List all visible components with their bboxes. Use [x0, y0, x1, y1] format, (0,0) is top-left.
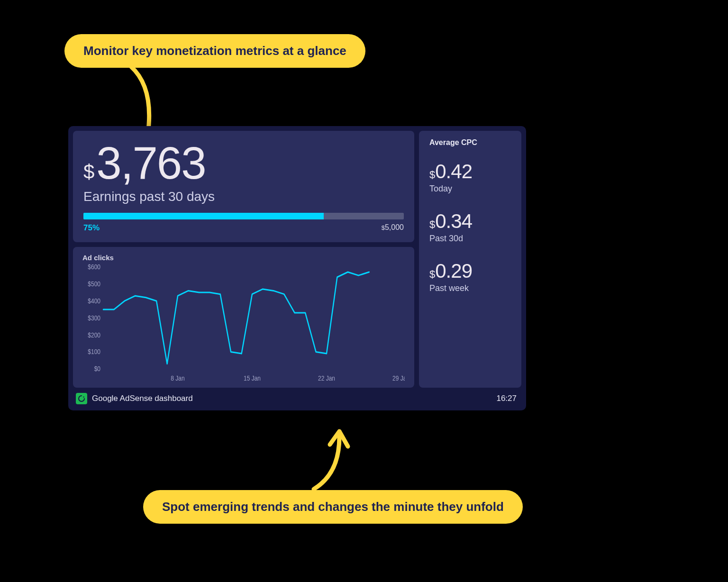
currency-symbol: $: [83, 161, 94, 183]
progress-target: $5,000: [382, 223, 404, 233]
annotation-bottom: Spot emerging trends and changes the min…: [143, 490, 523, 524]
cpc-item: $0.29Past week: [429, 260, 511, 293]
cpc-value: $0.34: [429, 210, 511, 233]
annotation-top: Monitor key monetization metrics at a gl…: [64, 34, 365, 68]
arrow-up-icon: [304, 426, 352, 492]
y-tick-label: $500: [88, 280, 100, 288]
x-tick-label: 15 Jan: [244, 374, 261, 382]
cpc-label: Past week: [429, 283, 511, 293]
cpc-label: Today: [429, 184, 511, 194]
cpc-value: $0.42: [429, 160, 511, 183]
svg-point-0: [83, 396, 84, 397]
dashboard-footer: Google AdSense dashboard 16:27: [73, 388, 521, 406]
cpc-item: $0.34Past 30d: [429, 210, 511, 244]
y-tick-label: $300: [88, 314, 100, 322]
dashboard-time: 16:27: [496, 394, 517, 403]
line-chart: $600$500$400$300$200$100$08 Jan15 Jan22 …: [82, 264, 405, 384]
earnings-panel: $ 3,763 Earnings past 30 days 75% $5,000: [73, 131, 414, 242]
cpc-header: Average CPC: [429, 138, 511, 147]
x-tick-label: 29 Jan: [392, 374, 405, 382]
y-tick-label: $100: [88, 348, 100, 355]
earnings-amount: 3,763: [96, 141, 205, 184]
x-tick-label: 22 Jan: [318, 374, 335, 382]
y-tick-label: $0: [94, 365, 100, 373]
dashboard-title: Google AdSense dashboard: [92, 394, 193, 403]
y-tick-label: $400: [88, 297, 100, 305]
chart-line: [103, 272, 369, 364]
cpc-label: Past 30d: [429, 234, 511, 244]
geckoboard-logo-icon: [76, 393, 87, 404]
cpc-panel: Average CPC $0.42Today$0.34Past 30d$0.29…: [419, 131, 521, 388]
cpc-item: $0.42Today: [429, 160, 511, 194]
ad-clicks-panel: Ad clicks $600$500$400$300$200$100$08 Ja…: [73, 247, 414, 388]
progress-fill: [83, 213, 324, 219]
earnings-label: Earnings past 30 days: [83, 189, 404, 204]
dashboard: $ 3,763 Earnings past 30 days 75% $5,000…: [68, 126, 526, 410]
earnings-value: $ 3,763: [83, 141, 404, 184]
y-tick-label: $200: [88, 331, 100, 339]
chart-title: Ad clicks: [82, 254, 405, 262]
progress-percent: 75%: [83, 223, 100, 233]
y-tick-label: $600: [88, 264, 100, 271]
cpc-value: $0.29: [429, 260, 511, 282]
x-tick-label: 8 Jan: [171, 374, 184, 382]
progress-bar: 75% $5,000: [83, 213, 404, 233]
